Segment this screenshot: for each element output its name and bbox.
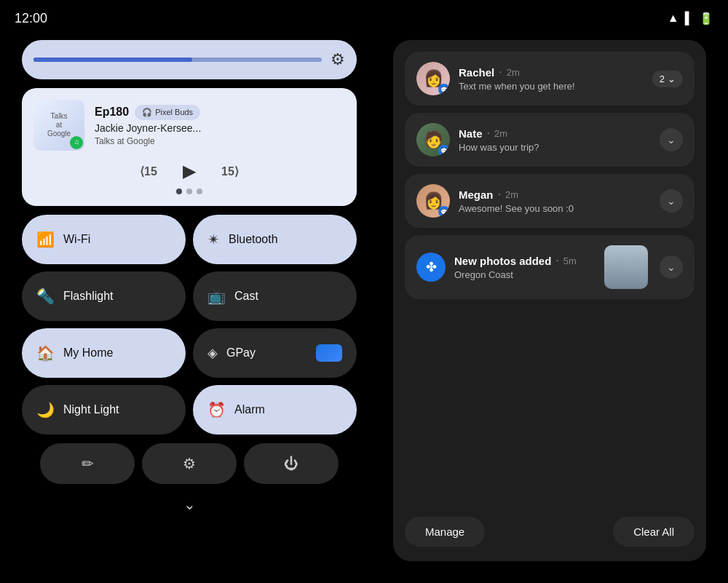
settings-button[interactable]: ⚙ [142, 443, 237, 484]
alarm-icon: ⏰ [207, 401, 226, 419]
notif-header-photos: New photos added · 5m [454, 254, 596, 267]
media-episode: Ep180 [95, 106, 129, 119]
nightlight-toggle[interactable]: 🌙 Night Light [22, 385, 186, 435]
notif-msg-megan: Awesome! See you soon :0 [459, 203, 651, 214]
alarm-toggle[interactable]: ⏰ Alarm [193, 385, 357, 435]
notification-photos[interactable]: ✤ New photos added · 5m Oregon Coast ⌄ [405, 235, 695, 299]
notif-msg-rachel: Text me when you get here! [459, 81, 644, 92]
notif-header-nate: Nate · 2m [459, 127, 651, 140]
gpay-icon: ◈ [207, 345, 218, 361]
play-button[interactable]: ▶ [176, 158, 202, 184]
notification-megan[interactable]: 👩 💬 Megan · 2m Awesome! See you soon :0 … [405, 174, 695, 228]
expand-megan[interactable]: ⌄ [660, 189, 683, 213]
clear-all-button[interactable]: Clear All [613, 517, 695, 547]
avatar-megan: 👩 💬 [416, 184, 450, 218]
chevron-down-icon-nate: ⌄ [667, 134, 676, 146]
message-badge-rachel: 💬 [438, 84, 450, 95]
media-dots [33, 189, 345, 194]
flashlight-toggle[interactable]: 🔦 Flashlight [22, 271, 186, 321]
photos-thumbnail [604, 245, 648, 289]
gpay-card-icon [316, 344, 342, 362]
chevron-down-icon-rachel: ⌄ [668, 74, 676, 84]
signal-icon: ▌ [685, 12, 693, 25]
album-art: Talks at Google ♫ [33, 100, 84, 151]
avatar-nate: 🧑 💬 [416, 123, 450, 156]
spotify-badge: ♫ [70, 136, 83, 149]
myhome-toggle[interactable]: 🏠 My Home [22, 328, 186, 378]
message-badge-megan: 💬 [438, 206, 450, 218]
notifications-panel: 👩 💬 Rachel · 2m Text me when you get her… [393, 40, 706, 561]
pixel-buds-icon: 🎧 [142, 108, 152, 117]
cast-toggle[interactable]: 📺 Cast [193, 271, 357, 321]
wifi-icon: 📶 [36, 231, 55, 248]
count-number-rachel: 2 [660, 74, 665, 84]
chevron-down-icon: ⌄ [183, 496, 196, 512]
chevron-down-icon-photos: ⌄ [667, 261, 676, 273]
wifi-toggle[interactable]: 📶 Wi-Fi [22, 215, 186, 264]
skip-forward-button[interactable]: 15⟩ [217, 158, 243, 184]
notif-content-megan: Megan · 2m Awesome! See you soon :0 [459, 188, 651, 214]
edit-button[interactable]: ✏ [40, 443, 135, 484]
message-badge-nate: 💬 [438, 145, 450, 156]
notif-name-nate: Nate [459, 127, 483, 140]
skip-back-button[interactable]: ⟨15 [135, 158, 162, 184]
media-top: Talks at Google ♫ Ep180 🎧 Pixel Buds Jac… [33, 100, 345, 151]
avatar-rachel: 👩 💬 [416, 62, 450, 95]
notification-nate[interactable]: 🧑 💬 Nate · 2m How was your trip? ⌄ [405, 113, 695, 167]
power-button[interactable]: ⏻ [244, 443, 339, 484]
notif-header-rachel: Rachel · 2m [459, 66, 644, 79]
myhome-label: My Home [63, 346, 113, 360]
gpay-label: GPay [226, 346, 256, 360]
notif-content-photos: New photos added · 5m Oregon Coast [454, 254, 596, 280]
alarm-label: Alarm [234, 403, 265, 416]
expand-photos[interactable]: ⌄ [660, 255, 683, 279]
notif-time-megan: 2m [505, 189, 518, 200]
bottom-buttons: ✏ ⚙ ⏻ [22, 443, 357, 484]
cast-label: Cast [234, 290, 258, 303]
brightness-track [33, 57, 192, 62]
notif-time-rachel: 2m [507, 67, 520, 78]
media-controls: ⟨15 ▶ 15⟩ [33, 158, 345, 184]
battery-icon: 🔋 [699, 12, 713, 25]
flashlight-label: Flashlight [63, 290, 113, 303]
notif-header-megan: Megan · 2m [459, 188, 651, 201]
count-badge-rachel[interactable]: 2 ⌄ [652, 71, 683, 87]
chevron-down-icon-megan: ⌄ [667, 195, 676, 207]
settings-gear-icon[interactable]: ⚙ [331, 50, 345, 69]
moon-icon: 🌙 [36, 401, 55, 419]
notif-time-nate: 2m [494, 128, 507, 139]
notif-content-rachel: Rachel · 2m Text me when you get here! [459, 66, 644, 92]
dot-1 [176, 189, 182, 194]
status-time: 12:00 [15, 11, 47, 26]
flashlight-icon: 🔦 [36, 287, 55, 305]
media-podcast: Talks at Google [95, 136, 345, 146]
photos-icon: ✤ [416, 253, 446, 282]
collapse-chevron[interactable]: ⌄ [22, 493, 357, 516]
status-bar: 12:00 ▲ ▌ 🔋 [0, 0, 728, 36]
nightlight-label: Night Light [63, 403, 119, 416]
brightness-slider[interactable] [33, 57, 322, 62]
notif-content-nate: Nate · 2m How was your trip? [459, 127, 651, 153]
edit-icon: ✏ [82, 455, 94, 472]
dot-3 [197, 189, 202, 194]
wifi-label: Wi-Fi [63, 233, 90, 246]
notif-time-photos: 5m [563, 255, 577, 266]
bluetooth-toggle[interactable]: ✴ Bluetooth [193, 215, 357, 264]
notification-actions: Manage Clear All [405, 514, 695, 550]
notification-rachel[interactable]: 👩 💬 Rachel · 2m Text me when you get her… [405, 52, 695, 106]
manage-button[interactable]: Manage [405, 517, 485, 547]
media-title: Jackie Joyner-Kersee... [95, 122, 345, 134]
quick-settings-panel: ⚙ Talks at Google ♫ Ep180 🎧 Pixel Buds J… [22, 40, 357, 561]
home-icon: 🏠 [36, 344, 55, 362]
dot-2 [186, 189, 192, 194]
notif-msg-photos: Oregon Coast [454, 269, 596, 280]
album-label: Talks at Google [44, 109, 74, 141]
bluetooth-icon: ✴ [207, 231, 220, 248]
expand-nate[interactable]: ⌄ [660, 128, 683, 151]
gpay-toggle[interactable]: ◈ GPay [193, 328, 357, 378]
quick-toggle-grid: 📶 Wi-Fi ✴ Bluetooth 🔦 Flashlight 📺 Cast … [22, 215, 357, 435]
notif-msg-nate: How was your trip? [459, 142, 651, 153]
cast-icon: 📺 [207, 287, 226, 305]
wifi-status-icon: ▲ [668, 12, 679, 25]
pixel-buds-badge: 🎧 Pixel Buds [135, 105, 200, 120]
